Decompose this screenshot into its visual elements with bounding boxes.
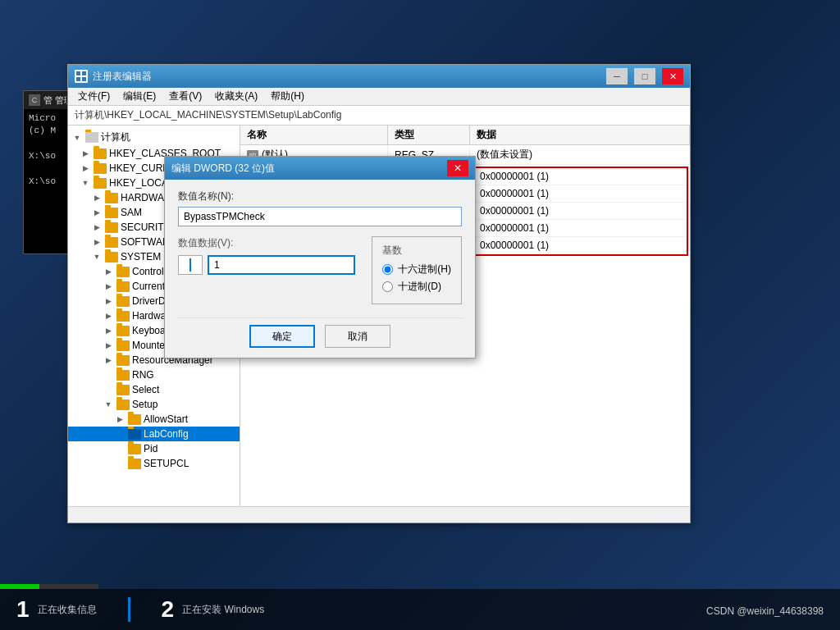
tree-item-setup[interactable]: ▼ Setup xyxy=(68,397,240,412)
folder-icon-keyboard-layout xyxy=(116,326,130,336)
expander-hkcu[interactable]: ▶ xyxy=(80,162,91,174)
regedit-close-button[interactable]: ✕ xyxy=(662,68,683,84)
expander-driverdatabase[interactable]: ▶ xyxy=(103,295,114,307)
menu-file[interactable]: 文件(F) xyxy=(71,88,116,105)
expander-security[interactable]: ▶ xyxy=(91,221,103,233)
desktop: C 管 管理员: X:\sources\setup.exe ─ □ ✕ Micr… xyxy=(0,0,840,630)
expander-computer[interactable]: ▼ xyxy=(71,132,83,144)
taskbar: 1 正在收集信息 2 正在安装 Windows CSDN @weixin_446… xyxy=(0,589,840,630)
tree-item-setupcl[interactable]: ▶ SETUPCL xyxy=(68,456,240,471)
folder-icon-security xyxy=(105,222,118,233)
value-data-bypasssecurebootcheck: 0x00000001 (1) xyxy=(473,203,687,219)
dialog-close-button[interactable]: ✕ xyxy=(447,160,468,176)
svg-rect-2 xyxy=(76,77,80,81)
tree-label-setup: Setup xyxy=(132,399,158,410)
folder-icon-system xyxy=(105,252,118,262)
folder-icon-resourcemanager xyxy=(116,355,130,366)
folder-icon-driverdatabase xyxy=(116,296,130,307)
expander-sam[interactable]: ▶ xyxy=(91,207,103,218)
folder-icon-sam xyxy=(105,208,118,218)
svg-rect-0 xyxy=(76,71,80,75)
expander-currentcontrolset[interactable]: ▶ xyxy=(103,281,114,292)
folder-icon-setupcl xyxy=(128,459,141,469)
dialog-title: 编辑 DWORD (32 位)值 xyxy=(171,162,447,176)
menu-edit[interactable]: 编辑(E) xyxy=(116,88,162,105)
menu-view[interactable]: 查看(V) xyxy=(162,88,208,105)
expander-mounteddevices[interactable]: ▶ xyxy=(103,340,114,351)
regedit-maximize-button[interactable]: □ xyxy=(634,68,655,84)
tree-item-labconfig[interactable]: ▶ LabConfig xyxy=(68,427,240,441)
dialog-data-label: 数值数据(V): xyxy=(178,236,355,250)
tree-label-setupcl: SETUPCL xyxy=(144,458,189,469)
tree-label-system: SYSTEM xyxy=(121,251,161,262)
dialog-name-label: 数值名称(N): xyxy=(178,189,462,203)
dialog-data-input[interactable] xyxy=(208,255,355,275)
tree-label-computer: 计算机 xyxy=(101,130,130,144)
values-header: 名称 类型 数据 xyxy=(240,126,690,145)
folder-icon-hardware xyxy=(105,193,118,203)
tree-label-labconfig: LabConfig xyxy=(144,428,189,440)
regedit-title: 注册表编辑器 xyxy=(93,70,600,84)
regedit-addressbar: 计算机\HKEY_LOCAL_MACHINE\SYSTEM\Setup\LabC… xyxy=(68,106,690,126)
radio-dec-label: 十进制(D) xyxy=(398,280,441,294)
tree-item-pid[interactable]: ▶ Pid xyxy=(68,441,240,456)
regedit-minimize-button[interactable]: ─ xyxy=(606,68,628,84)
tree-label-select: Select xyxy=(132,384,159,395)
tree-item-computer[interactable]: ▼ 计算机 xyxy=(68,129,240,146)
step-2-item: 2 正在安装 Windows xyxy=(162,596,265,623)
regedit-icon xyxy=(75,70,88,83)
expander-hardware[interactable]: ▶ xyxy=(91,192,103,203)
tree-label-sam: SAM xyxy=(121,207,142,218)
dialog-cancel-button[interactable]: 取消 xyxy=(325,325,390,348)
radio-dec[interactable] xyxy=(382,281,393,292)
step-indicator: 1 正在收集信息 2 正在安装 Windows xyxy=(0,589,281,630)
expander-setup[interactable]: ▼ xyxy=(103,399,114,410)
tree-label-allowstart: AllowStart xyxy=(144,413,188,425)
expander-resourcemanager[interactable]: ▶ xyxy=(103,354,114,366)
folder-icon-setup xyxy=(116,399,130,410)
step-1-item: 1 正在收集信息 xyxy=(16,596,97,623)
step-2-text: 正在安装 Windows xyxy=(182,603,264,617)
dword-dialog: 编辑 DWORD (32 位)值 ✕ 数值名称(N): 数值数据(V): 基数 xyxy=(164,156,476,358)
folder-icon-pid xyxy=(128,444,141,454)
expander-hklm[interactable]: ▼ xyxy=(80,177,91,189)
folder-icon-software xyxy=(105,237,118,248)
dialog-name-input[interactable] xyxy=(178,207,462,226)
expander-system[interactable]: ▼ xyxy=(91,251,103,262)
step-2-number: 2 xyxy=(162,596,175,623)
expander-controlset001[interactable]: ▶ xyxy=(103,266,114,277)
col-header-type: 类型 xyxy=(388,126,470,144)
regedit-titlebar: 注册表编辑器 ─ □ ✕ xyxy=(68,65,690,88)
menu-help[interactable]: 帮助(H) xyxy=(264,88,311,105)
radio-hex-item[interactable]: 十六进制(H) xyxy=(382,262,451,276)
regedit-menubar: 文件(F) 编辑(E) 查看(V) 收藏夹(A) 帮助(H) xyxy=(68,88,690,106)
tree-item-rng[interactable]: ▶ RNG xyxy=(68,368,240,382)
tree-label-pid: Pid xyxy=(144,443,158,454)
expander-keyboard-layout[interactable]: ▶ xyxy=(103,325,114,336)
folder-icon-hkcu xyxy=(94,163,107,174)
folder-icon-hardwareconfig xyxy=(116,311,130,322)
dialog-ok-button[interactable]: 确定 xyxy=(249,325,315,348)
folder-icon-rng xyxy=(116,370,130,381)
value-data-bypassstoragecheck: 0x00000001 (1) xyxy=(473,220,687,236)
radio-hex[interactable] xyxy=(382,264,393,275)
step-1-number: 1 xyxy=(16,596,30,623)
folder-icon-mounteddevices xyxy=(116,340,130,351)
radio-dec-item[interactable]: 十进制(D) xyxy=(382,280,451,294)
tree-item-select[interactable]: ▶ Select xyxy=(68,382,240,397)
folder-icon-hkcr xyxy=(94,148,107,159)
menu-favorites[interactable]: 收藏夹(A) xyxy=(208,88,264,105)
tree-item-allowstart[interactable]: ▶ AllowStart xyxy=(68,412,240,427)
step-divider xyxy=(128,597,130,622)
expander-hardwareconfig[interactable]: ▶ xyxy=(103,310,114,322)
value-data-bypasscpucheck: 0x00000001 (1) xyxy=(473,168,687,185)
expander-allowstart[interactable]: ▶ xyxy=(114,413,126,425)
cmd-icon: C xyxy=(29,94,40,106)
dialog-body: 数值名称(N): 数值数据(V): 基数 十六进制( xyxy=(165,180,475,358)
expander-hkcr[interactable]: ▶ xyxy=(80,148,91,159)
dialog-base-group: 基数 十六进制(H) 十进制(D) xyxy=(372,236,462,304)
dialog-base-label: 基数 xyxy=(382,244,451,258)
expander-software[interactable]: ▶ xyxy=(91,236,103,248)
folder-icon-allowstart xyxy=(128,414,141,425)
folder-icon-labconfig xyxy=(128,429,141,440)
